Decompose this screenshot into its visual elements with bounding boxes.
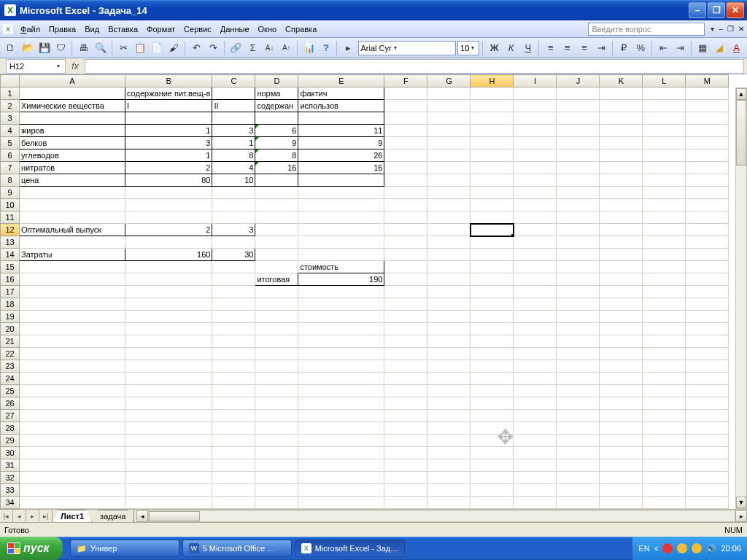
cell-G17[interactable] [427,286,471,298]
cell-G2[interactable] [427,100,471,112]
tray-volume-icon[interactable]: 🔊 [706,544,716,553]
tray-lang[interactable]: EN [638,544,649,553]
col-header-A[interactable]: A [20,75,125,88]
cell-E4[interactable]: 11 [298,125,384,137]
row-header-30[interactable]: 30 [1,447,20,459]
col-header-I[interactable]: I [514,75,557,88]
cell-A15[interactable] [20,261,125,273]
cell-J13[interactable] [557,236,600,249]
cell-M34[interactable] [686,497,729,509]
cell-I18[interactable] [514,298,557,311]
cell-D2[interactable]: содержан [255,100,298,112]
cell-B8[interactable]: 80 [125,174,212,187]
cell-I23[interactable] [514,360,557,373]
row-header-16[interactable]: 16 [1,273,20,286]
cell-B4[interactable]: 1 [125,125,212,137]
cell-G27[interactable] [427,410,471,422]
row-header-25[interactable]: 25 [1,385,20,397]
tray-chevron-icon[interactable]: < [654,545,659,553]
cell-B23[interactable] [125,360,212,373]
cell-J22[interactable] [557,348,600,360]
cell-C1[interactable] [212,88,255,100]
cell-I1[interactable] [514,88,557,100]
cell-E12[interactable] [298,224,384,236]
cell-H28[interactable] [471,422,514,435]
row-header-24[interactable]: 24 [1,373,20,385]
cell-I33[interactable] [514,484,557,497]
cell-F9[interactable] [384,187,427,199]
cell-C4[interactable]: 3 [212,125,255,137]
cell-J17[interactable] [557,286,600,298]
cell-D26[interactable] [255,397,298,410]
cell-I8[interactable] [514,174,557,187]
cell-B16[interactable] [125,273,212,286]
col-header-C[interactable]: C [212,75,255,88]
row-header-31[interactable]: 31 [1,459,20,472]
cell-C11[interactable] [212,211,255,224]
underline-button[interactable]: Ч [520,40,535,56]
increase-indent-button[interactable]: ⇥ [673,40,688,56]
cell-M23[interactable] [686,360,729,373]
cell-F6[interactable] [384,149,427,162]
row-header-23[interactable]: 23 [1,360,20,373]
cell-J24[interactable] [557,373,600,385]
cell-G21[interactable] [427,335,471,348]
cell-B19[interactable] [125,311,212,323]
cell-K21[interactable] [600,335,643,348]
cell-B31[interactable] [125,459,212,472]
horizontal-scrollbar[interactable]: ◂ ▸ [136,510,747,522]
col-header-B[interactable]: B [125,75,212,88]
cell-G1[interactable] [427,88,471,100]
tab-nav-first[interactable]: |◂ [0,510,13,522]
cell-D1[interactable]: норма [255,88,298,100]
cell-D15[interactable] [255,261,298,273]
cell-H5[interactable] [471,137,514,149]
cell-B33[interactable] [125,484,212,497]
cell-F28[interactable] [384,422,427,435]
cell-A2[interactable]: Химические вещества [20,100,125,112]
format-painter-button[interactable]: 🖌 [166,40,182,56]
cell-J15[interactable] [557,261,600,273]
cell-K26[interactable] [600,397,643,410]
cell-L31[interactable] [643,459,686,472]
cell-M29[interactable] [686,435,729,447]
cell-G16[interactable] [427,273,471,286]
cell-J31[interactable] [557,459,600,472]
cell-H30[interactable] [471,447,514,459]
cell-L26[interactable] [643,397,686,410]
cell-M24[interactable] [686,373,729,385]
cell-L4[interactable] [643,125,686,137]
cell-M11[interactable] [686,211,729,224]
menu-edit[interactable]: Правка [44,23,80,35]
cell-K29[interactable] [600,435,643,447]
cell-B17[interactable] [125,286,212,298]
cell-A4[interactable]: жиров [20,125,125,137]
cell-H24[interactable] [471,373,514,385]
cell-D21[interactable] [255,335,298,348]
cell-I6[interactable] [514,149,557,162]
cell-H13[interactable] [471,236,514,249]
vscroll-thumb[interactable] [736,100,746,166]
cell-D3[interactable] [255,112,298,125]
cell-D10[interactable] [255,199,298,211]
cell-K14[interactable] [600,249,643,261]
cell-L13[interactable] [643,236,686,249]
cell-E17[interactable] [298,286,384,298]
doc-close-button[interactable]: ✕ [738,25,744,33]
cell-B24[interactable] [125,373,212,385]
cell-C27[interactable] [212,410,255,422]
cell-B1[interactable]: содержание пит.вещ-в [125,88,212,100]
cell-E1[interactable]: фактич [298,88,384,100]
cell-A16[interactable] [20,273,125,286]
cell-H20[interactable] [471,323,514,335]
cell-F8[interactable] [384,174,427,187]
cell-G5[interactable] [427,137,471,149]
cell-H18[interactable] [471,298,514,311]
cell-G10[interactable] [427,199,471,211]
cell-G31[interactable] [427,459,471,472]
cell-E11[interactable] [298,211,384,224]
cell-L17[interactable] [643,286,686,298]
cell-J7[interactable] [557,162,600,174]
row-header-6[interactable]: 6 [1,149,20,162]
cell-D19[interactable] [255,311,298,323]
